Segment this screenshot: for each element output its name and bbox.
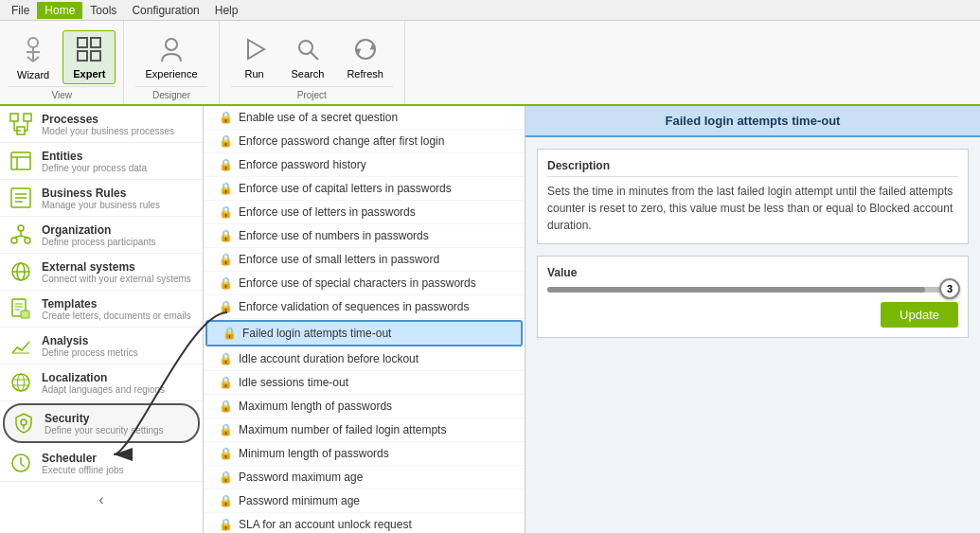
search-button[interactable]: Search [282, 31, 334, 83]
entities-subtitle: Define your process data [42, 163, 147, 173]
external-systems-subtitle: Connect with your external systems [42, 274, 191, 284]
localization-subtitle: Adapt languages and regions [42, 384, 165, 395]
tree-item-max-failed[interactable]: 🔒 Maximum number of failed login attempt… [204, 418, 525, 442]
menu-home[interactable]: Home [37, 2, 82, 19]
svg-line-31 [14, 236, 21, 238]
tree-item-failed-login[interactable]: 🔒 Failed login attempts time-out [205, 320, 523, 346]
scheduler-title: Scheduler [42, 452, 124, 465]
sidebar-item-security[interactable]: Security Define your security settings [3, 403, 200, 443]
entities-icon [8, 148, 34, 174]
menu-help[interactable]: Help [207, 2, 246, 19]
svg-rect-13 [10, 114, 18, 121]
slider-thumb[interactable]: 3 [939, 278, 960, 299]
tree-lock-icon: 🔒 [219, 376, 233, 389]
scheduler-text: Scheduler Execute offline jobs [42, 452, 124, 475]
organization-text: Organization Define process participants [42, 223, 156, 247]
tree-item-sla-unlock[interactable]: 🔒 SLA for an account unlock request [204, 513, 525, 533]
svg-rect-8 [91, 51, 100, 61]
tree-item-pass-min-age[interactable]: 🔒 Password minimum age [204, 489, 525, 513]
sidebar-item-organization[interactable]: Organization Define process participants [0, 217, 203, 254]
sidebar: Processes Model your business processes … [0, 106, 204, 533]
tree-lock-icon: 🔒 [219, 158, 233, 171]
tree-item-enforce-small[interactable]: 🔒 Enforce use of small letters in passwo… [204, 248, 525, 272]
tree-item-enforce-change[interactable]: 🔒 Enforce password change after first lo… [204, 130, 525, 153]
tree-lock-icon: 🔒 [219, 182, 233, 195]
tree-item-label: Minimum length of passwords [239, 447, 389, 460]
description-box: Description Sets the time in minutes fro… [537, 149, 969, 244]
analysis-title: Analysis [42, 334, 138, 347]
sidebar-item-analysis[interactable]: Analysis Define process metrics [0, 328, 203, 364]
tree-lock-icon: 🔒 [219, 205, 233, 219]
analysis-subtitle: Define process metrics [42, 347, 138, 358]
tree-item-enforce-capital[interactable]: 🔒 Enforce use of capital letters in pass… [204, 177, 525, 201]
menu-configuration[interactable]: Configuration [124, 2, 206, 19]
tree-lock-icon: 🔒 [219, 518, 233, 531]
tree-lock-icon: 🔒 [219, 300, 233, 313]
tree-item-min-length[interactable]: 🔒 Minimum length of passwords [204, 442, 525, 466]
view-group-label: View [8, 86, 116, 100]
description-text: Sets the time in minutes from the last f… [547, 183, 958, 234]
sidebar-item-entities[interactable]: Entities Define your process data [0, 143, 203, 180]
menu-file[interactable]: File [4, 2, 37, 19]
sidebar-item-processes[interactable]: Processes Model your business processes [0, 106, 203, 143]
slider-track[interactable]: 3 [547, 287, 958, 293]
templates-subtitle: Create letters, documents or emails [42, 311, 191, 321]
tree-item-enforce-numbers[interactable]: 🔒 Enforce use of numbers in passwords [204, 224, 525, 248]
update-button-label: Update [900, 308, 939, 322]
business-rules-text: Business Rules Manage your business rule… [42, 187, 160, 210]
scheduler-icon [8, 450, 34, 476]
svg-marker-10 [248, 40, 264, 59]
sidebar-item-templates[interactable]: Templates Create letters, documents or e… [0, 291, 203, 328]
tree-lock-icon: 🔒 [219, 400, 233, 413]
security-title: Security [45, 412, 164, 425]
entities-title: Entities [42, 150, 147, 163]
tree-item-label: Maximum length of passwords [239, 400, 392, 413]
slider-value: 3 [947, 283, 953, 294]
processes-text: Processes Model your business processes [42, 113, 174, 136]
processes-icon [8, 111, 34, 137]
update-button[interactable]: Update [881, 302, 958, 328]
svg-line-32 [21, 236, 27, 238]
refresh-button[interactable]: Refresh [337, 31, 393, 83]
business-rules-icon [8, 185, 34, 211]
svg-rect-5 [78, 38, 87, 47]
analysis-icon [8, 332, 34, 359]
svg-rect-40 [21, 311, 29, 318]
sidebar-item-localization[interactable]: Localization Adapt languages and regions [0, 364, 203, 401]
sidebar-item-business-rules[interactable]: Business Rules Manage your business rule… [0, 180, 203, 217]
tree-lock-icon: 🔒 [219, 229, 233, 242]
business-rules-subtitle: Manage your business rules [42, 200, 160, 210]
expert-label: Expert [73, 68, 105, 80]
sidebar-item-scheduler[interactable]: Scheduler Execute offline jobs [0, 445, 203, 482]
menu-tools[interactable]: Tools [82, 2, 124, 19]
tree-item-label: Enforce validation of sequences in passw… [239, 300, 469, 313]
tree-item-enforce-special[interactable]: 🔒 Enforce use of special characters in p… [204, 272, 525, 295]
tree-item-enforce-letters[interactable]: 🔒 Enforce use of letters in passwords [204, 201, 525, 224]
tree-item-label: Maximum number of failed login attempts [239, 423, 446, 436]
tree-item-label: Enforce use of small letters in password [239, 253, 439, 266]
security-text: Security Define your security settings [45, 412, 164, 435]
tree-item-pass-max-age[interactable]: 🔒 Password maximum age [204, 466, 525, 489]
tree-item-enforce-history[interactable]: 🔒 Enforce password history [204, 153, 525, 177]
svg-point-29 [25, 238, 30, 243]
run-button[interactable]: Run [231, 31, 278, 83]
tree-item-label: Idle account duration before lockout [239, 352, 419, 365]
sidebar-collapse-button[interactable]: ‹ [0, 486, 203, 514]
tree-item-idle-sessions[interactable]: 🔒 Idle sessions time-out [204, 371, 525, 395]
project-group-label: Project [231, 86, 393, 100]
tree-item-enforce-sequences[interactable]: 🔒 Enforce validation of sequences in pas… [204, 295, 525, 319]
slider-fill [547, 287, 925, 293]
tree-lock-icon: 🔒 [219, 134, 233, 148]
tree-item-enable-secret[interactable]: 🔒 Enable use of a secret question [204, 106, 525, 130]
tree-item-max-length[interactable]: 🔒 Maximum length of passwords [204, 395, 525, 418]
tree-item-idle-account[interactable]: 🔒 Idle account duration before lockout [204, 347, 525, 371]
value-title: Value [547, 266, 958, 279]
experience-button[interactable]: Experience [135, 31, 206, 83]
external-systems-icon [8, 258, 34, 285]
sidebar-item-external-systems[interactable]: External systems Connect with your exter… [0, 254, 203, 291]
expert-button[interactable]: Expert [62, 30, 116, 84]
scheduler-subtitle: Execute offline jobs [42, 465, 124, 475]
wizard-button[interactable]: Wizard [8, 31, 59, 84]
tree-lock-icon: 🔒 [219, 423, 233, 436]
tree-lock-icon: 🔒 [219, 253, 233, 266]
